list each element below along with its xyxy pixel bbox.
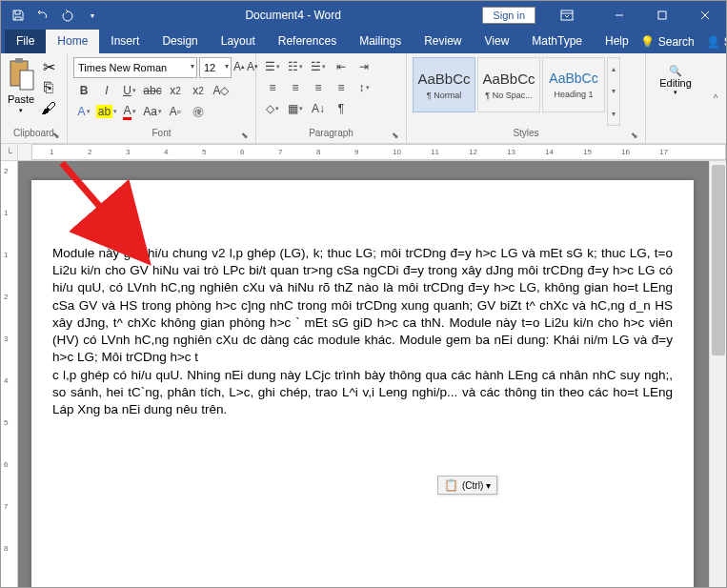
scroll-thumb[interactable] bbox=[712, 165, 725, 355]
font-color-button[interactable]: A▾ bbox=[119, 102, 140, 121]
char-shading-button[interactable]: A▫ bbox=[165, 102, 186, 121]
tab-mathtype[interactable]: MathType bbox=[520, 30, 594, 53]
tab-review[interactable]: Review bbox=[413, 30, 473, 53]
svg-rect-0 bbox=[561, 10, 573, 20]
tab-view[interactable]: View bbox=[474, 30, 521, 53]
change-case-button[interactable]: Aa▾ bbox=[142, 102, 163, 121]
style-no-spacing[interactable]: AaBbCc ¶ No Spac... bbox=[477, 57, 540, 112]
styles-label: Styles bbox=[513, 128, 538, 138]
font-size-select[interactable] bbox=[199, 57, 232, 78]
strikethrough-button[interactable]: abc bbox=[142, 81, 163, 100]
grow-font-button[interactable]: A▴ bbox=[233, 57, 245, 76]
paragraph-launcher[interactable]: ⬊ bbox=[389, 128, 402, 141]
styles-expand[interactable]: ▾ bbox=[608, 103, 619, 125]
subscript-button[interactable]: x2 bbox=[165, 81, 186, 100]
clipboard-icon: 📋 bbox=[444, 478, 458, 492]
collapse-ribbon-button[interactable]: ^ bbox=[705, 53, 726, 143]
tab-selector[interactable]: └ bbox=[1, 144, 18, 161]
bullets-button[interactable]: ☰▾ bbox=[262, 57, 283, 76]
tab-home[interactable]: Home bbox=[46, 30, 99, 53]
tab-layout[interactable]: Layout bbox=[210, 30, 267, 53]
minimize-button[interactable] bbox=[597, 1, 640, 30]
close-button[interactable] bbox=[683, 1, 726, 30]
clipboard-launcher[interactable]: ⬊ bbox=[50, 128, 63, 141]
svg-rect-7 bbox=[20, 71, 33, 90]
clipboard-icon bbox=[7, 57, 35, 91]
paste-button[interactable]: Paste ▾ bbox=[7, 57, 35, 126]
style-normal[interactable]: AaBbCc ¶ Normal bbox=[413, 57, 475, 112]
bold-button[interactable]: B bbox=[73, 81, 94, 100]
text-effects-button[interactable]: A▾ bbox=[73, 102, 94, 121]
save-button[interactable] bbox=[7, 4, 30, 27]
vertical-ruler[interactable]: 2112345678 bbox=[1, 161, 18, 587]
align-left-button[interactable]: ≡ bbox=[262, 78, 283, 97]
highlight-button[interactable]: ab▾ bbox=[96, 102, 117, 121]
font-launcher[interactable]: ⬊ bbox=[238, 128, 252, 141]
numbering-button[interactable]: ☷▾ bbox=[285, 57, 306, 76]
italic-button[interactable]: I bbox=[96, 81, 117, 100]
svg-rect-2 bbox=[658, 11, 666, 19]
increase-indent-button[interactable]: ⇥ bbox=[353, 57, 374, 76]
superscript-button[interactable]: x2 bbox=[188, 81, 209, 100]
show-marks-button[interactable]: ¶ bbox=[331, 99, 352, 118]
styles-scroll-down[interactable]: ▾ bbox=[608, 80, 619, 102]
svg-rect-6 bbox=[15, 58, 23, 63]
share-button[interactable]: 👤 Share bbox=[706, 35, 727, 49]
tab-references[interactable]: References bbox=[267, 30, 348, 53]
signin-button[interactable]: Sign in bbox=[482, 7, 535, 24]
maximize-button[interactable] bbox=[640, 1, 683, 30]
styles-launcher[interactable]: ⬊ bbox=[628, 128, 641, 141]
document-page[interactable]: Module này gi,i thi/u chung v2 l,p ghép … bbox=[31, 180, 694, 587]
tab-file[interactable]: File bbox=[5, 30, 46, 53]
tab-design[interactable]: Design bbox=[151, 30, 209, 53]
tab-help[interactable]: Help bbox=[594, 30, 640, 53]
horizontal-ruler[interactable]: 1234567891011121314151617 bbox=[31, 144, 726, 160]
align-center-button[interactable]: ≡ bbox=[285, 78, 306, 97]
borders-button[interactable]: ▦▾ bbox=[285, 99, 306, 118]
paragraph-label: Paragraph bbox=[309, 128, 353, 138]
tab-mailings[interactable]: Mailings bbox=[348, 30, 413, 53]
styles-scroll-up[interactable]: ▴ bbox=[608, 58, 619, 80]
paste-options-button[interactable]: 📋 (Ctrl) ▾ bbox=[437, 476, 497, 495]
line-spacing-button[interactable]: ↕▾ bbox=[353, 78, 374, 97]
underline-button[interactable]: U▾ bbox=[119, 81, 140, 100]
font-group-label: Font bbox=[151, 128, 171, 138]
redo-button[interactable] bbox=[56, 4, 79, 27]
shading-button[interactable]: ◇▾ bbox=[262, 99, 283, 118]
ribbon-display-options[interactable] bbox=[545, 1, 588, 30]
enclose-chars-button[interactable]: ㊝ bbox=[188, 102, 209, 121]
format-painter-button[interactable]: 🖌 bbox=[39, 99, 58, 118]
window-title: Document4 - Word bbox=[104, 9, 482, 22]
tab-insert[interactable]: Insert bbox=[99, 30, 151, 53]
font-name-select[interactable] bbox=[73, 57, 197, 78]
find-icon: 🔍 bbox=[669, 65, 682, 77]
document-body[interactable]: Module này gi,i thi/u chung v2 l,p ghép … bbox=[52, 245, 673, 418]
justify-button[interactable]: ≡ bbox=[331, 78, 352, 97]
cut-button[interactable]: ✂ bbox=[39, 57, 58, 76]
search-icon: 💡 bbox=[640, 35, 655, 49]
editing-menu[interactable]: 🔍 Editing ▾ bbox=[652, 57, 699, 96]
vertical-scrollbar[interactable] bbox=[709, 161, 726, 587]
qat-customize[interactable]: ▾ bbox=[81, 4, 104, 27]
undo-button[interactable] bbox=[31, 4, 54, 27]
copy-button[interactable]: ⎘ bbox=[39, 78, 58, 97]
sort-button[interactable]: A↓ bbox=[308, 99, 329, 118]
multilevel-button[interactable]: ☱▾ bbox=[308, 57, 329, 76]
decrease-indent-button[interactable]: ⇤ bbox=[331, 57, 352, 76]
search-button[interactable]: 💡 Search bbox=[640, 35, 695, 49]
share-icon: 👤 bbox=[706, 35, 720, 49]
clear-format-button[interactable]: A◇ bbox=[211, 81, 232, 100]
style-heading1[interactable]: AaBbCc Heading 1 bbox=[542, 57, 605, 112]
clipboard-label: Clipboard bbox=[13, 128, 54, 138]
align-right-button[interactable]: ≡ bbox=[308, 78, 329, 97]
